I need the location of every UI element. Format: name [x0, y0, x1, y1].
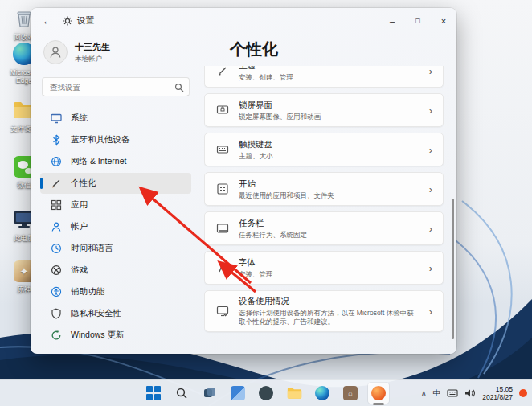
back-button[interactable]: ←	[37, 12, 58, 30]
sidebar-item-label: 蓝牙和其他设备	[71, 134, 130, 146]
titlebar: ← 设置 – □ ×	[31, 8, 456, 34]
system-icon	[50, 113, 62, 125]
accessibility-icon	[50, 286, 62, 298]
sidebar-item-network[interactable]: 网络 & Internet	[40, 151, 191, 172]
settings-gear-icon	[63, 16, 72, 26]
card-title: 任务栏	[239, 218, 307, 229]
personalization-brush-icon	[50, 178, 62, 190]
taskbar-icon-store[interactable]: ⌂	[340, 383, 361, 404]
sidebar-item-apps[interactable]: 应用	[40, 195, 191, 215]
taskbar-icon-chat[interactable]	[256, 383, 276, 404]
minimize-button[interactable]: –	[379, 8, 405, 34]
chevron-right-icon: ›	[429, 66, 432, 77]
ime-indicator[interactable]: 中	[433, 388, 441, 399]
sidebar-item-time-language[interactable]: 时间和语言	[40, 238, 191, 259]
sidebar-item-label: 应用	[71, 199, 88, 211]
sidebar-item-gaming[interactable]: 游戏	[40, 260, 191, 281]
settings-nav: 系统 蓝牙和其他设备 网络 & Internet 个性化 应用	[39, 108, 193, 346]
notification-badge[interactable]	[519, 389, 527, 397]
avatar	[43, 40, 68, 64]
taskbar-icon-file-explorer[interactable]	[284, 383, 305, 404]
sidebar-item-bluetooth[interactable]: 蓝牙和其他设备	[40, 129, 191, 150]
lock-screen-icon	[215, 104, 229, 117]
desktop: 回收站 Microsoft Edge 文件资料 微信 此电脑 ✦ 原神 ← 设置	[0, 0, 532, 406]
windows-logo-icon	[146, 386, 161, 400]
taskbar: ⌂ ∧ 中 15:05 2021/8/27	[0, 379, 532, 406]
tray-date: 2021/8/27	[482, 393, 513, 401]
apps-grid-icon	[50, 199, 62, 211]
chevron-right-icon: ›	[429, 223, 432, 235]
chevron-right-icon: ›	[429, 144, 432, 156]
user-account[interactable]: 十三先生 本地帐户	[39, 37, 193, 68]
desktop-icon-label: 原神	[18, 285, 31, 293]
settings-main: 个性化 主题 安装、创建、管理 › 锁屏界面 锁定屏幕图像、应用和动画	[193, 34, 456, 354]
card-title: 字体	[239, 257, 273, 269]
volume-icon[interactable]	[464, 388, 476, 398]
fonts-icon	[215, 261, 229, 274]
sidebar-item-label: 隐私和安全性	[71, 308, 121, 319]
sidebar-item-accessibility[interactable]: 辅助功能	[40, 281, 191, 302]
tray-time: 15:05	[482, 385, 513, 393]
card-subtitle: 任务栏行为、系统固定	[239, 231, 307, 240]
shield-icon	[50, 308, 62, 320]
scrollbar-thumb[interactable]	[452, 199, 454, 339]
sidebar-item-windows-update[interactable]: Windows 更新	[40, 325, 191, 346]
card-subtitle: 最近使用的应用和项目、文件夹	[239, 191, 334, 200]
card-themes[interactable]: 主题 安装、创建、管理 ›	[204, 66, 444, 88]
cards-list: 主题 安装、创建、管理 › 锁屏界面 锁定屏幕图像、应用和动画 ›	[204, 66, 444, 354]
card-touch-keyboard[interactable]: 触摸键盘 主题、大小 ›	[204, 133, 444, 166]
active-app-icon	[371, 386, 386, 400]
card-start[interactable]: 开始 最近使用的应用和项目、文件夹 ›	[204, 172, 444, 206]
taskbar-icon-task-view[interactable]	[199, 383, 220, 404]
card-title: 触摸键盘	[239, 139, 273, 150]
start-menu-icon	[215, 182, 229, 195]
sidebar-item-label: 辅助功能	[71, 286, 104, 297]
xbox-icon	[50, 265, 62, 277]
sidebar-item-privacy[interactable]: 隐私和安全性	[40, 303, 191, 324]
taskbar-icon-widgets[interactable]	[227, 383, 248, 404]
sidebar-item-label: 游戏	[71, 265, 88, 276]
card-lock-screen[interactable]: 锁屏界面 锁定屏幕图像、应用和动画 ›	[204, 93, 444, 127]
chevron-right-icon: ›	[429, 262, 432, 274]
task-view-icon	[203, 386, 217, 400]
card-title: 设备使用情况	[239, 296, 419, 307]
clock[interactable]: 15:05 2021/8/27	[482, 385, 513, 401]
card-taskbar[interactable]: 任务栏 任务栏行为、系统固定 ›	[204, 211, 444, 245]
touch-keyboard-icon[interactable]	[447, 388, 458, 398]
card-device-usage[interactable]: 设备使用情况 选择你计划使用设备的所有方法，以在 Microsoft 体验中获取…	[204, 290, 444, 332]
sidebar-item-label: 网络 & Internet	[71, 156, 126, 167]
sidebar-item-system[interactable]: 系统	[40, 108, 191, 129]
clock-icon	[50, 243, 62, 255]
chevron-right-icon: ›	[429, 183, 432, 195]
card-title: 开始	[239, 178, 334, 190]
sidebar-item-label: Windows 更新	[71, 330, 125, 341]
chat-icon	[259, 386, 273, 400]
taskbar-icon-search[interactable]	[171, 383, 192, 404]
sidebar-item-accounts[interactable]: 帐户	[40, 216, 191, 237]
search-icon	[174, 81, 184, 96]
card-fonts[interactable]: 字体 安装、管理 ›	[204, 251, 444, 285]
globe-icon	[50, 156, 62, 168]
close-button[interactable]: ×	[431, 8, 456, 34]
chevron-right-icon: ›	[429, 306, 432, 318]
sidebar-item-label: 时间和语言	[71, 243, 113, 254]
taskbar-icon-settings[interactable]	[368, 383, 389, 404]
sidebar-item-label: 个性化	[71, 178, 96, 189]
card-subtitle: 主题、大小	[239, 152, 273, 161]
bluetooth-icon	[50, 134, 62, 146]
search-input[interactable]	[42, 77, 190, 96]
taskbar-icon-start[interactable]	[143, 383, 164, 404]
file-explorer-icon	[287, 387, 302, 400]
card-subtitle: 安装、管理	[239, 270, 273, 279]
edge-icon	[315, 386, 329, 400]
maximize-button[interactable]: □	[405, 8, 431, 34]
settings-sidebar: 十三先生 本地帐户 系统 蓝牙和其他设备	[39, 37, 193, 354]
tray-chevron-up-icon[interactable]: ∧	[421, 389, 427, 397]
taskbar-icon-edge[interactable]	[312, 383, 333, 404]
person-icon	[50, 221, 62, 233]
sidebar-item-personalization[interactable]: 个性化	[40, 173, 191, 194]
selected-indicator	[40, 178, 43, 189]
card-title: 主题	[239, 66, 293, 72]
update-icon	[50, 330, 62, 342]
sidebar-item-label: 帐户	[71, 221, 88, 232]
